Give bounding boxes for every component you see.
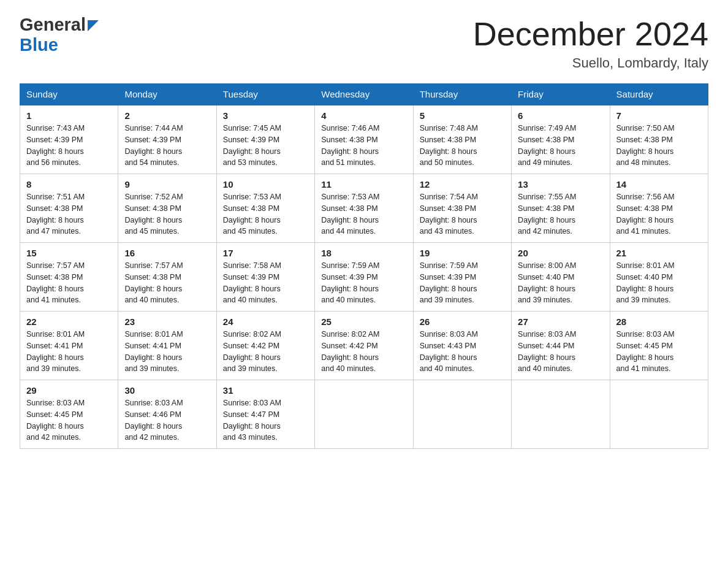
calendar-day-cell: 3Sunrise: 7:45 AMSunset: 4:39 PMDaylight… [216,105,314,174]
day-info: Sunrise: 8:02 AMSunset: 4:42 PMDaylight:… [321,329,406,375]
calendar-week-row: 29Sunrise: 8:03 AMSunset: 4:45 PMDayligh… [20,380,708,449]
calendar-header-row: Sunday Monday Tuesday Wednesday Thursday… [20,84,708,105]
day-info: Sunrise: 7:49 AMSunset: 4:38 PMDaylight:… [518,123,603,169]
col-monday: Monday [118,84,216,105]
day-number: 13 [518,179,603,190]
day-number: 18 [321,248,406,258]
calendar-day-cell: 26Sunrise: 8:03 AMSunset: 4:43 PMDayligh… [413,312,511,380]
day-info: Sunrise: 7:46 AMSunset: 4:38 PMDaylight:… [321,123,406,169]
day-number: 16 [124,248,210,258]
day-info: Sunrise: 7:59 AMSunset: 4:39 PMDaylight:… [420,260,505,306]
calendar-day-cell: 16Sunrise: 7:57 AMSunset: 4:38 PMDayligh… [118,243,216,312]
day-info: Sunrise: 8:01 AMSunset: 4:41 PMDaylight:… [124,329,210,375]
col-friday: Friday [512,84,610,105]
calendar-day-cell [610,380,708,449]
calendar-day-cell: 24Sunrise: 8:02 AMSunset: 4:42 PMDayligh… [216,312,314,380]
calendar-day-cell: 31Sunrise: 8:03 AMSunset: 4:47 PMDayligh… [216,380,314,449]
day-number: 19 [420,248,505,258]
day-info: Sunrise: 8:00 AMSunset: 4:40 PMDaylight:… [518,260,603,306]
calendar-day-cell: 28Sunrise: 8:03 AMSunset: 4:45 PMDayligh… [610,312,708,380]
calendar-day-cell: 14Sunrise: 7:56 AMSunset: 4:38 PMDayligh… [610,174,708,243]
calendar-day-cell [413,380,511,449]
calendar-week-row: 22Sunrise: 8:01 AMSunset: 4:41 PMDayligh… [20,312,708,380]
day-info: Sunrise: 7:56 AMSunset: 4:38 PMDaylight:… [616,191,702,237]
day-info: Sunrise: 7:52 AMSunset: 4:38 PMDaylight:… [124,191,210,237]
day-info: Sunrise: 7:53 AMSunset: 4:38 PMDaylight:… [223,191,308,237]
calendar-day-cell: 4Sunrise: 7:46 AMSunset: 4:38 PMDaylight… [315,105,413,174]
day-number: 24 [223,316,308,327]
calendar-day-cell: 11Sunrise: 7:53 AMSunset: 4:38 PMDayligh… [315,174,413,243]
calendar-day-cell: 18Sunrise: 7:59 AMSunset: 4:39 PMDayligh… [315,243,413,312]
day-number: 21 [616,248,702,258]
logo-general-text: General [20,15,86,35]
calendar-day-cell: 7Sunrise: 7:50 AMSunset: 4:38 PMDaylight… [610,105,708,174]
calendar-day-cell: 8Sunrise: 7:51 AMSunset: 4:38 PMDaylight… [20,174,118,243]
day-number: 22 [26,316,112,327]
month-title: December 2024 [473,15,708,53]
calendar-table: Sunday Monday Tuesday Wednesday Thursday… [20,83,708,449]
day-info: Sunrise: 7:43 AMSunset: 4:39 PMDaylight:… [26,123,112,169]
calendar-week-row: 15Sunrise: 7:57 AMSunset: 4:38 PMDayligh… [20,243,708,312]
calendar-day-cell: 29Sunrise: 8:03 AMSunset: 4:45 PMDayligh… [20,380,118,449]
day-info: Sunrise: 8:03 AMSunset: 4:43 PMDaylight:… [420,329,505,375]
calendar-day-cell: 22Sunrise: 8:01 AMSunset: 4:41 PMDayligh… [20,312,118,380]
day-info: Sunrise: 7:58 AMSunset: 4:39 PMDaylight:… [223,260,308,306]
calendar-day-cell: 21Sunrise: 8:01 AMSunset: 4:40 PMDayligh… [610,243,708,312]
calendar-day-cell: 2Sunrise: 7:44 AMSunset: 4:39 PMDaylight… [118,105,216,174]
calendar-day-cell: 6Sunrise: 7:49 AMSunset: 4:38 PMDaylight… [512,105,610,174]
day-number: 11 [321,179,406,190]
calendar-day-cell [315,380,413,449]
day-number: 31 [223,385,308,396]
day-info: Sunrise: 7:57 AMSunset: 4:38 PMDaylight:… [26,260,112,306]
day-number: 29 [26,385,112,396]
calendar-day-cell: 19Sunrise: 7:59 AMSunset: 4:39 PMDayligh… [413,243,511,312]
calendar-day-cell: 12Sunrise: 7:54 AMSunset: 4:38 PMDayligh… [413,174,511,243]
calendar-day-cell: 25Sunrise: 8:02 AMSunset: 4:42 PMDayligh… [315,312,413,380]
day-number: 1 [26,110,112,121]
day-info: Sunrise: 8:03 AMSunset: 4:44 PMDaylight:… [518,329,603,375]
day-info: Sunrise: 7:44 AMSunset: 4:39 PMDaylight:… [124,123,210,169]
calendar-day-cell: 15Sunrise: 7:57 AMSunset: 4:38 PMDayligh… [20,243,118,312]
day-info: Sunrise: 7:48 AMSunset: 4:38 PMDaylight:… [420,123,505,169]
day-number: 27 [518,316,603,327]
day-number: 12 [420,179,505,190]
title-block: December 2024 Suello, Lombardy, Italy [473,15,708,71]
calendar-day-cell: 30Sunrise: 8:03 AMSunset: 4:46 PMDayligh… [118,380,216,449]
col-tuesday: Tuesday [216,84,314,105]
day-number: 28 [616,316,702,327]
day-number: 14 [616,179,702,190]
day-number: 20 [518,248,603,258]
location-text: Suello, Lombardy, Italy [473,55,708,71]
calendar-day-cell: 20Sunrise: 8:00 AMSunset: 4:40 PMDayligh… [512,243,610,312]
day-info: Sunrise: 8:03 AMSunset: 4:47 PMDaylight:… [223,397,308,443]
logo-triangle-icon [88,20,99,34]
calendar-day-cell: 10Sunrise: 7:53 AMSunset: 4:38 PMDayligh… [216,174,314,243]
day-number: 10 [223,179,308,190]
day-number: 25 [321,316,406,327]
day-number: 23 [124,316,210,327]
day-number: 4 [321,110,406,121]
day-info: Sunrise: 8:02 AMSunset: 4:42 PMDaylight:… [223,329,308,375]
logo: General Blue [20,15,99,55]
svg-marker-0 [88,20,99,31]
day-number: 26 [420,316,505,327]
day-info: Sunrise: 7:55 AMSunset: 4:38 PMDaylight:… [518,191,603,237]
day-number: 15 [26,248,112,258]
day-info: Sunrise: 7:59 AMSunset: 4:39 PMDaylight:… [321,260,406,306]
day-info: Sunrise: 7:53 AMSunset: 4:38 PMDaylight:… [321,191,406,237]
day-info: Sunrise: 7:54 AMSunset: 4:38 PMDaylight:… [420,191,505,237]
day-number: 6 [518,110,603,121]
day-info: Sunrise: 7:57 AMSunset: 4:38 PMDaylight:… [124,260,210,306]
col-sunday: Sunday [20,84,118,105]
day-number: 8 [26,179,112,190]
day-number: 30 [124,385,210,396]
day-number: 3 [223,110,308,121]
day-info: Sunrise: 7:51 AMSunset: 4:38 PMDaylight:… [26,191,112,237]
calendar-week-row: 1Sunrise: 7:43 AMSunset: 4:39 PMDaylight… [20,105,708,174]
page-header: General Blue December 2024 Suello, Lomba… [20,15,708,71]
calendar-day-cell: 13Sunrise: 7:55 AMSunset: 4:38 PMDayligh… [512,174,610,243]
calendar-day-cell: 23Sunrise: 8:01 AMSunset: 4:41 PMDayligh… [118,312,216,380]
day-info: Sunrise: 8:03 AMSunset: 4:46 PMDaylight:… [124,397,210,443]
calendar-day-cell: 27Sunrise: 8:03 AMSunset: 4:44 PMDayligh… [512,312,610,380]
day-info: Sunrise: 8:03 AMSunset: 4:45 PMDaylight:… [616,329,702,375]
